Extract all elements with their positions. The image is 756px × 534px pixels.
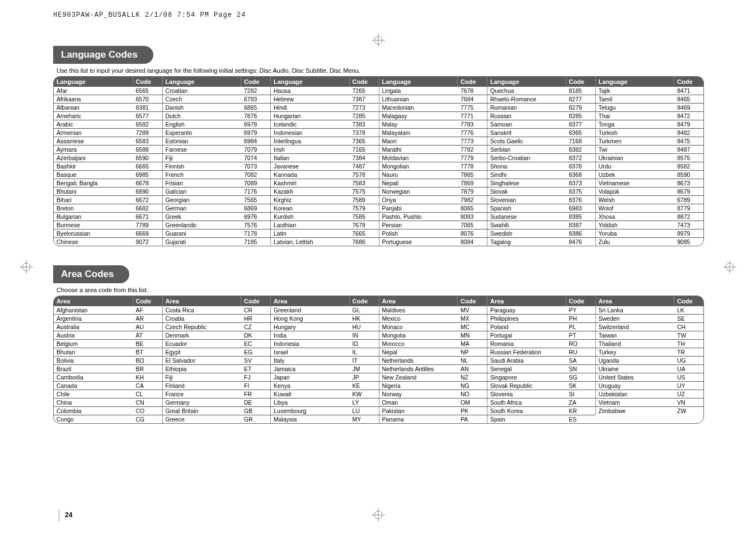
table-row: Malayalam7776 bbox=[379, 129, 487, 137]
cell-name: South Korea bbox=[487, 407, 566, 415]
cell-code: 7783 bbox=[458, 120, 487, 128]
table-row: BelgiumBE bbox=[54, 340, 162, 348]
cell-name: Morocco bbox=[379, 340, 458, 348]
table-row: DenmarkDK bbox=[162, 331, 271, 340]
table-row: JapanJP bbox=[270, 373, 379, 382]
table-row: United StatesUS bbox=[595, 373, 704, 382]
cell-code: AN bbox=[458, 365, 487, 373]
cell-code: 6978 bbox=[241, 120, 270, 128]
cell-code: FI bbox=[241, 382, 270, 390]
cell-name: Bashkir bbox=[54, 162, 133, 170]
table-row: Shona8378 bbox=[487, 162, 595, 171]
cell-name: Germany bbox=[162, 399, 242, 406]
cell-name: Sindhi bbox=[487, 171, 566, 179]
cell-code: 7869 bbox=[458, 179, 487, 187]
table-row: Galician7176 bbox=[162, 188, 271, 196]
cell-name: El Salvador bbox=[162, 357, 242, 364]
header-label: Area bbox=[54, 296, 133, 306]
table-row: Rumanian8279 bbox=[487, 104, 595, 112]
cell-code: SN bbox=[566, 365, 595, 373]
table-row: LuxembourgLU bbox=[270, 407, 379, 415]
table-row: BhutanBT bbox=[54, 348, 162, 357]
table-row: Swahili8387 bbox=[487, 221, 595, 229]
cell-name: Brazil bbox=[54, 365, 133, 373]
cell-code: 8575 bbox=[674, 154, 703, 162]
cell-code: 7583 bbox=[350, 179, 379, 187]
cell-code: CN bbox=[133, 399, 162, 406]
cell-code: IL bbox=[350, 348, 379, 356]
table-row: Costa RicaCR bbox=[162, 306, 271, 315]
cell-code: 6583 bbox=[133, 137, 162, 145]
table-row: Pashto, Pushto8083 bbox=[379, 213, 487, 221]
cell-name: Cambodia bbox=[54, 373, 133, 381]
cell-code: 7289 bbox=[133, 129, 162, 137]
cell-name: India bbox=[270, 331, 350, 339]
header-code: Code bbox=[350, 77, 379, 87]
cell-name: Poland bbox=[487, 323, 566, 331]
cell-name: Ecuador bbox=[162, 340, 242, 348]
table-row: German6869 bbox=[162, 204, 271, 213]
cell-code: 7384 bbox=[350, 154, 379, 162]
cell-code: 6588 bbox=[133, 146, 162, 153]
cell-name: Slovak bbox=[487, 188, 566, 195]
cell-code: 7082 bbox=[241, 171, 270, 179]
cell-name: Paraguay bbox=[487, 306, 566, 314]
table-row: Czech6783 bbox=[162, 95, 271, 104]
cell-name: Kazakh bbox=[270, 188, 350, 195]
cell-code: 7579 bbox=[350, 204, 379, 212]
cell-code: ES bbox=[566, 415, 595, 423]
cell-code: 7065 bbox=[458, 221, 487, 229]
cell-name: Kashmiri bbox=[270, 179, 350, 187]
cell-name: Taiwan bbox=[595, 331, 675, 339]
cell-name: Basque bbox=[54, 171, 133, 179]
table-row: JamaicaJM bbox=[270, 365, 379, 373]
table-row: TurkeyTR bbox=[595, 348, 704, 357]
cell-code: 7782 bbox=[458, 146, 487, 153]
table-row: PhilippinesPH bbox=[487, 315, 595, 323]
table-row: Ameharic6577 bbox=[54, 112, 162, 120]
table-row: MalaysiaMY bbox=[270, 415, 379, 423]
header-label: Language bbox=[595, 77, 675, 87]
table-row: Arabic6582 bbox=[54, 120, 162, 129]
cell-name: Macedonian bbox=[379, 104, 458, 111]
cell-name: Estonian bbox=[162, 137, 242, 145]
cell-name: Portugal bbox=[487, 331, 566, 339]
cell-code: 6985 bbox=[133, 171, 162, 179]
table-row: Chinese9072 bbox=[54, 238, 162, 246]
table-row: CanadaCA bbox=[54, 382, 162, 390]
table-row: Ukrainian8575 bbox=[595, 154, 704, 162]
table-column: AreaCodeSri LankaLKSwedenSESwitzerlandCH… bbox=[595, 296, 704, 423]
cell-code: CO bbox=[133, 407, 162, 415]
cell-code: 8582 bbox=[674, 162, 703, 170]
cell-code: 7487 bbox=[350, 162, 379, 170]
cell-name: Burmese bbox=[54, 221, 133, 229]
table-row: Czech RepublicCZ bbox=[162, 323, 271, 331]
cell-name: Canada bbox=[54, 382, 133, 390]
cell-name: Norwegian bbox=[379, 188, 458, 195]
cell-name: Bihari bbox=[54, 196, 133, 204]
table-row: Frisian7089 bbox=[162, 179, 271, 188]
cell-name: Tajik bbox=[595, 87, 675, 95]
cell-name: Danish bbox=[162, 104, 242, 111]
table-column: LanguageCodeCroatian7282Czech6783Danish6… bbox=[162, 77, 271, 246]
cell-name: Egypt bbox=[162, 348, 242, 356]
table-row: Urdu8582 bbox=[595, 162, 704, 171]
cell-code: CH bbox=[674, 323, 703, 331]
table-row: Moldavian7779 bbox=[379, 154, 487, 162]
cell-name: Korean bbox=[270, 204, 350, 212]
table-row: Fiji7074 bbox=[162, 154, 271, 162]
table-row: SingaporeSG bbox=[487, 373, 595, 382]
cell-name: Indonesia bbox=[270, 340, 350, 348]
table-row: CongoCG bbox=[54, 415, 162, 423]
table-row: Hindi7273 bbox=[270, 104, 379, 112]
table-row: UruguayUY bbox=[595, 382, 704, 390]
header-label: Area bbox=[487, 296, 566, 306]
table-row: GreeceGR bbox=[162, 415, 271, 423]
cell-code: 7575 bbox=[350, 188, 379, 195]
table-row: Kirghiz7589 bbox=[270, 196, 379, 204]
table-row: FranceFR bbox=[162, 390, 271, 399]
cell-code: KW bbox=[350, 390, 379, 398]
cell-code: HK bbox=[350, 315, 379, 322]
cell-code: TW bbox=[674, 331, 703, 339]
cell-code: PA bbox=[458, 415, 487, 423]
